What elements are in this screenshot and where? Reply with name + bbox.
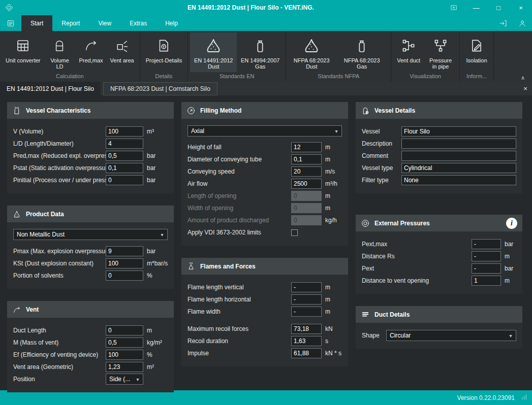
ribbon-item-pressure-in-pipe[interactable]: Pressure in pipe [424, 32, 457, 72]
gas-bottle-icon [354, 34, 370, 57]
field-row: Pstat (Static activation overpressure) b… [13, 162, 168, 174]
field-unit: m [501, 277, 516, 284]
vessel-details-panel: Vessel Details Vessel Description Commen… [356, 102, 522, 193]
field-row: Air flow m³/h [187, 178, 342, 190]
field-row: Diameter of conveying tube m [187, 153, 342, 165]
field-label: Pred,max (Reduced expl. overpressure) [13, 152, 106, 159]
pinitial-input[interactable] [106, 175, 143, 185]
ribbon-collapse-icon[interactable]: ∧ [518, 75, 527, 81]
status-icon[interactable] [521, 394, 527, 402]
menu-tab-start[interactable]: Start [21, 15, 52, 31]
conveying-tube-diameter-input[interactable] [291, 154, 322, 164]
doc-tab-en14491-flour-silo[interactable]: EN 14491:2012 Dust | Flour Silo [0, 82, 101, 95]
user-icon[interactable] [513, 15, 532, 31]
ribbon-item-volume-ld[interactable]: Volume LD [44, 32, 75, 72]
duct-details-panel: Duct Details Shape Circular ▾ [356, 306, 522, 349]
ribbon-item-vent-area[interactable]: Vent area [107, 32, 138, 72]
field-label: Pstat (Static activation overpressure) [13, 164, 106, 172]
dust-type-select[interactable]: Non Metallic Dust ▾ [13, 229, 168, 240]
ld-ratio-input[interactable] [106, 139, 143, 149]
ribbon-item-en14491-dust[interactable]: EN 14491:2012 Dust [190, 32, 237, 72]
field-unit: kg/m² [143, 339, 168, 346]
menu-tab-report[interactable]: Report [52, 15, 89, 31]
vent-area-input[interactable] [106, 362, 143, 372]
field-label: Height of fall [187, 144, 291, 151]
window-controls: — □ × [443, 0, 532, 15]
menu-tab-extras[interactable]: Extras [120, 15, 156, 31]
field-row: Pinitial (Process over / under pressure)… [13, 174, 168, 186]
panel-title: Flames and Forces [200, 263, 256, 270]
solvents-input[interactable] [106, 271, 143, 281]
doc-tab-nfpa68-cornstarch-silo[interactable]: NFPA 68:2023 Dust | Cornstarch Silo [103, 82, 217, 95]
opening-length-input [291, 191, 322, 201]
ribbon-item-nfpa68-gas[interactable]: NFPA 68:2023 Gas [335, 32, 389, 72]
flames-forces-panel: Flames and Forces Flame length vertical … [181, 258, 348, 366]
field-label: Shape [362, 332, 386, 339]
vessel-type-input[interactable] [401, 163, 516, 173]
field-unit: kN * s [322, 350, 342, 357]
tab-close-icon[interactable]: × [519, 85, 532, 92]
height-of-fall-input[interactable] [291, 142, 322, 152]
field-unit: m [322, 205, 342, 212]
field-label: Vessel type [362, 164, 401, 172]
column-left: Vessel Characteristics V (Volume) m³ L/D… [7, 102, 174, 390]
distance-vent-opening-input[interactable] [472, 276, 501, 286]
field-label: Diameter of conveying tube [187, 156, 291, 163]
ribbon-item-label: Project-Details [146, 57, 182, 63]
ribbon-group-label: Standards NFPA [286, 72, 391, 82]
shape-select[interactable]: Circular ▾ [386, 330, 516, 341]
filter-type-input[interactable] [401, 175, 516, 185]
pstat-input[interactable] [106, 163, 143, 173]
file-menu-button[interactable] [0, 15, 21, 31]
ribbon-item-label: Pressure in pipe [427, 57, 454, 70]
popout-icon[interactable] [443, 0, 465, 15]
main-content: Vessel Characteristics V (Volume) m³ L/D… [0, 95, 532, 390]
info-icon[interactable]: i [506, 218, 517, 229]
field-label: Duct Length [13, 327, 106, 334]
ribbon-item-project-details[interactable]: Project-Details [142, 32, 186, 72]
filling-method-select[interactable]: Axial ▾ [187, 125, 342, 137]
comment-input[interactable] [401, 151, 516, 161]
vent-mass-input[interactable] [106, 338, 143, 348]
ribbon-item-predmax[interactable]: Pred,max [75, 32, 106, 72]
maximize-button[interactable]: □ [487, 0, 510, 15]
vessel-name-input[interactable] [401, 126, 516, 137]
ribbon-item-label: Vent duct [397, 57, 420, 63]
conveying-speed-input[interactable] [291, 166, 322, 177]
login-icon[interactable] [493, 15, 513, 31]
field-unit: m [322, 296, 342, 303]
close-button[interactable]: × [510, 0, 532, 15]
field-row: Vessel [362, 125, 516, 138]
air-flow-input[interactable] [291, 179, 322, 189]
predmax-input[interactable] [106, 151, 143, 161]
menu-tab-help[interactable]: Help [156, 15, 187, 31]
minimize-button[interactable]: — [465, 0, 487, 15]
efficiency-input[interactable] [106, 350, 143, 360]
ribbon-item-en14994-gas[interactable]: EN 14994:2007 Gas [237, 32, 284, 72]
ribbon-item-vent-duct[interactable]: Vent duct [393, 32, 424, 72]
pmax-input[interactable] [106, 246, 143, 256]
window-title: EN 14491:2012 Dust | Flour Silo - VENT.i… [71, 0, 430, 15]
ribbon-item-unit-converter[interactable]: Unit converter [2, 32, 44, 72]
menu-tab-view[interactable]: View [89, 15, 120, 31]
position-select[interactable]: Side (... ▾ [106, 374, 143, 385]
field-label: Pext [362, 265, 472, 272]
duct-length-input[interactable] [106, 325, 143, 335]
description-input[interactable] [401, 139, 516, 149]
vessel-characteristics-icon [12, 106, 21, 115]
ribbon-group-information: Isolation Inform... [460, 31, 494, 82]
panel-title: Vessel Details [374, 107, 415, 114]
field-row: V (Volume) m³ [13, 125, 168, 138]
field-label: Filter type [362, 177, 401, 184]
field-row: Distance Rs m [362, 250, 516, 262]
dust-type-value: Non Metallic Dust [17, 231, 158, 238]
field-label: Position [13, 376, 106, 383]
ribbon-group-standards-en: EN 14491:2012 Dust EN 14994:2007 Gas Sta… [188, 31, 286, 82]
volume-input[interactable] [106, 126, 143, 137]
kst-input[interactable] [106, 258, 143, 268]
ribbon-item-isolation[interactable]: Isolation [462, 32, 491, 72]
field-unit: m/s [322, 168, 342, 175]
ribbon-group-details: Project-Details Details [140, 31, 189, 82]
vdi-limits-checkbox[interactable] [291, 229, 298, 236]
ribbon-item-nfpa68-dust[interactable]: NFPA 68:2023 Dust [288, 32, 335, 72]
